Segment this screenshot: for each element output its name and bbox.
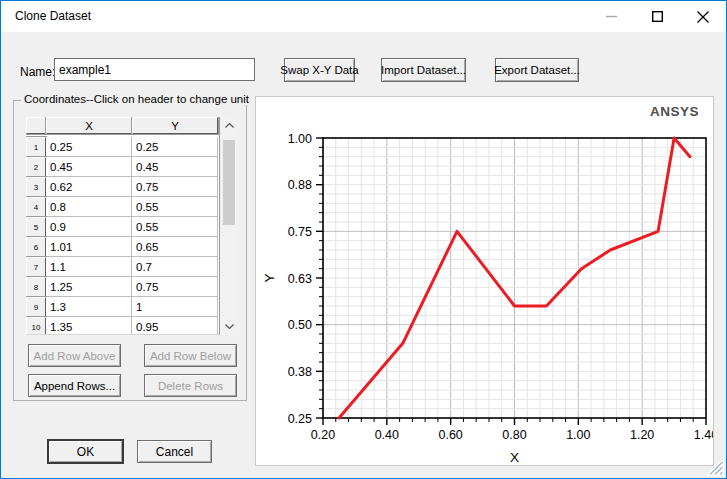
minimize-button — [588, 1, 634, 32]
ok-button[interactable]: OK — [48, 440, 123, 463]
svg-text:0.88: 0.88 — [288, 178, 312, 192]
table-corner-cell[interactable] — [26, 117, 46, 134]
row-header[interactable]: 4 — [26, 197, 46, 217]
maximize-button[interactable] — [634, 1, 680, 32]
close-icon — [697, 11, 709, 23]
svg-text:0.25: 0.25 — [288, 412, 312, 426]
window-title: Clone Dataset — [15, 9, 91, 23]
coordinates-group-label: Coordinates--Click on header to change u… — [21, 93, 252, 105]
table-cell-x[interactable]: 0.45 — [46, 157, 132, 177]
xy-plot: 0.200.400.600.801.001.201.401.000.880.75… — [256, 97, 713, 465]
table-cell-x[interactable]: 1.25 — [46, 277, 132, 297]
maximize-icon — [652, 11, 663, 22]
column-header-x[interactable]: X — [46, 117, 132, 134]
table-cell-y[interactable]: 0.95 — [132, 317, 218, 335]
coordinates-table: X Y 10.250.2520.450.4530.620.7540.80.555… — [26, 117, 220, 335]
table-cell-y[interactable]: 0.55 — [132, 197, 218, 217]
swap-xy-button[interactable]: Swap X-Y Data — [284, 58, 355, 82]
export-dataset-button[interactable]: Export Dataset... — [495, 58, 579, 82]
add-row-above-button[interactable]: Add Row Above — [28, 344, 121, 367]
table-cell-x[interactable]: 1.1 — [46, 257, 132, 277]
table-cell-x[interactable]: 0.25 — [46, 137, 132, 157]
row-header[interactable]: 10 — [26, 317, 46, 335]
table-cell-x[interactable]: 0.8 — [46, 197, 132, 217]
name-input[interactable] — [54, 58, 255, 81]
svg-text:1.00: 1.00 — [566, 428, 590, 442]
svg-text:0.75: 0.75 — [288, 225, 312, 239]
table-cell-x[interactable]: 1.01 — [46, 237, 132, 257]
scroll-up-icon — [225, 123, 234, 128]
delete-rows-button[interactable]: Delete Rows — [144, 374, 237, 397]
minimize-icon — [606, 11, 617, 22]
table-cell-y[interactable]: 0.75 — [132, 277, 218, 297]
clone-dataset-dialog: Clone Dataset Name: Swap X-Y Data Import — [0, 0, 727, 479]
close-button[interactable] — [680, 1, 726, 32]
row-header[interactable]: 9 — [26, 297, 46, 317]
table-cell-x[interactable]: 0.62 — [46, 177, 132, 197]
row-header[interactable]: 8 — [26, 277, 46, 297]
scrollbar-thumb[interactable] — [223, 140, 235, 225]
svg-text:0.20: 0.20 — [311, 428, 335, 442]
table-cell-y[interactable]: 0.65 — [132, 237, 218, 257]
table-cell-y[interactable]: 1 — [132, 297, 218, 317]
table-cell-y[interactable]: 0.7 — [132, 257, 218, 277]
scroll-down-icon — [225, 324, 234, 329]
import-dataset-button[interactable]: Import Dataset... — [381, 58, 466, 82]
svg-text:0.40: 0.40 — [375, 428, 399, 442]
svg-text:0.60: 0.60 — [438, 428, 462, 442]
table-cell-y[interactable]: 0.25 — [132, 137, 218, 157]
cancel-button[interactable]: Cancel — [137, 440, 212, 463]
table-cell-y[interactable]: 0.45 — [132, 157, 218, 177]
append-rows-button[interactable]: Append Rows... — [28, 374, 121, 397]
resize-grip-icon[interactable] — [706, 458, 724, 476]
svg-text:Y: Y — [262, 273, 277, 282]
table-cell-x[interactable]: 1.35 — [46, 317, 132, 335]
titlebar: Clone Dataset — [1, 1, 726, 32]
table-cell-x[interactable]: 0.9 — [46, 217, 132, 237]
svg-text:X: X — [510, 450, 519, 465]
table-cell-y[interactable]: 0.55 — [132, 217, 218, 237]
svg-text:0.80: 0.80 — [502, 428, 526, 442]
coordinates-group: Coordinates--Click on header to change u… — [13, 100, 247, 401]
row-header[interactable]: 2 — [26, 157, 46, 177]
row-header[interactable]: 7 — [26, 257, 46, 277]
svg-text:0.50: 0.50 — [288, 318, 312, 332]
svg-text:1.40: 1.40 — [694, 428, 713, 442]
add-row-below-button[interactable]: Add Row Below — [144, 344, 237, 367]
svg-text:0.63: 0.63 — [288, 272, 312, 286]
name-label: Name: — [20, 65, 55, 79]
svg-text:1.20: 1.20 — [630, 428, 654, 442]
row-header[interactable]: 3 — [26, 177, 46, 197]
table-scrollbar[interactable] — [221, 117, 237, 335]
svg-text:0.38: 0.38 — [288, 365, 312, 379]
row-header[interactable]: 5 — [26, 217, 46, 237]
row-header[interactable]: 6 — [26, 237, 46, 257]
column-header-y[interactable]: Y — [132, 117, 218, 134]
scroll-down-button[interactable] — [221, 318, 237, 335]
chart-panel: ANSYS 0.200.400.600.801.001.201.401.000.… — [255, 96, 714, 466]
row-header[interactable]: 1 — [26, 137, 46, 157]
table-cell-x[interactable]: 1.3 — [46, 297, 132, 317]
scroll-up-button[interactable] — [221, 117, 237, 134]
table-cell-y[interactable]: 0.75 — [132, 177, 218, 197]
svg-text:1.00: 1.00 — [288, 132, 312, 146]
